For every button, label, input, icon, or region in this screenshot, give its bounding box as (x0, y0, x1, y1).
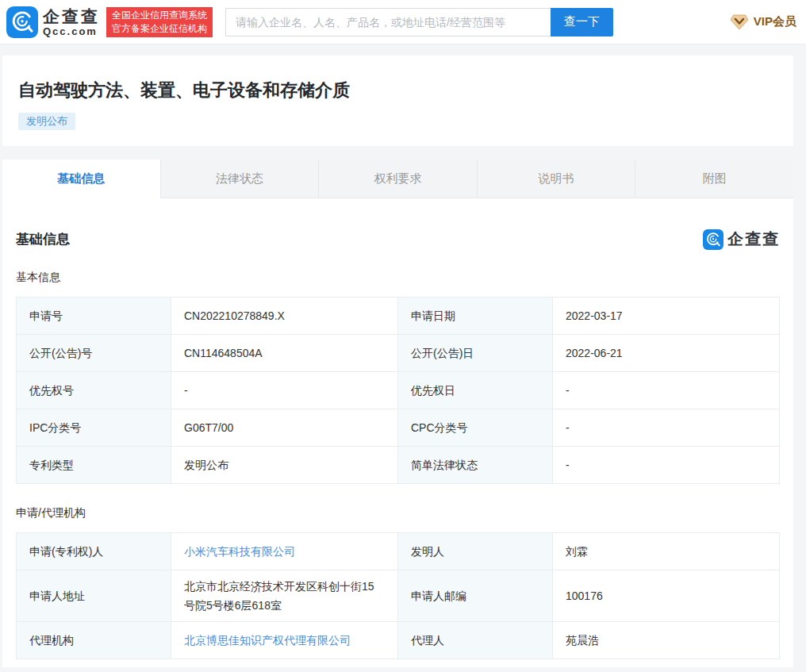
qcc-logo[interactable]: 企查查 Qcc.com (6, 6, 100, 38)
info-value-cell: 小米汽车科技有限公司 (171, 533, 398, 570)
patent-title: 自动驾驶方法、装置、电子设备和存储介质 (18, 79, 777, 102)
info-value-cell: - (553, 447, 780, 484)
table-row: 优先权号 - 优先权日 - (17, 372, 780, 409)
info-value-cell: 北京市北京经济技术开发区科创十街15号院5号楼6层618室 (171, 570, 398, 622)
info-value-cell: CN114648504A (171, 335, 398, 372)
info-label-cell: CPC分类号 (398, 409, 553, 447)
info-label-cell: 申请人邮编 (398, 570, 553, 622)
spacer (0, 146, 806, 159)
info-value-cell: - (553, 372, 780, 409)
agency-info-table: 申请(专利权)人 小米汽车科技有限公司 发明人 刘霖 申请人地址 北京市北京经济… (16, 532, 780, 659)
brand-text: 企查查 Qcc.com (43, 7, 100, 37)
qcc-logo-icon (6, 6, 38, 38)
search-input[interactable] (225, 8, 551, 36)
info-label-cell: 申请号 (17, 298, 171, 335)
info-value-cell: 发明公布 (171, 447, 398, 484)
info-label-cell: 优先权日 (398, 372, 553, 409)
info-label-cell: 专利类型 (17, 447, 171, 484)
table-row: 专利类型 发明公布 简单法律状态 - (17, 447, 780, 484)
certification-badge: 全国企业信用查询系统 官方备案企业征信机构 (106, 7, 213, 37)
basic-info-panel: 基础信息 企查查 基本信息 申请号 CN202210278849.X 申请日期 … (2, 198, 793, 667)
info-value-cell: 刘霖 (553, 533, 780, 570)
section-heading: 基础信息 (16, 230, 70, 248)
qcc-watermark-icon (703, 229, 723, 250)
qcc-watermark: 企查查 (703, 228, 780, 250)
info-label-cell: 申请日期 (398, 298, 553, 335)
table-row: 代理机构 北京博思佳知识产权代理有限公司 代理人 苑晨浩 (17, 622, 780, 659)
tab-bar: 基础信息 法律状态 权利要求 说明书 附图 (2, 159, 793, 198)
applicant-link[interactable]: 小米汽车科技有限公司 (184, 545, 295, 558)
vip-diamond-icon (730, 14, 749, 30)
info-label-cell: 公开(公告)号 (17, 335, 171, 372)
info-label-cell: 简单法律状态 (398, 447, 553, 484)
info-label-cell: 发明人 (398, 533, 553, 570)
info-value-cell: 2022-03-17 (553, 298, 780, 335)
info-value-cell: 100176 (553, 570, 780, 622)
qcc-watermark-text: 企查查 (727, 228, 780, 250)
info-value-cell: 苑晨浩 (553, 622, 780, 659)
tab-legal-status[interactable]: 法律状态 (161, 159, 320, 198)
info-label-cell: IPC分类号 (17, 409, 171, 447)
patent-type-badge: 发明公布 (18, 113, 75, 130)
basic-info-label: 基本信息 (16, 271, 780, 285)
section-head: 基础信息 企查查 (16, 198, 780, 250)
search-button[interactable]: 查一下 (551, 8, 613, 36)
table-row: 申请人地址 北京市北京经济技术开发区科创十街15号院5号楼6层618室 申请人邮… (17, 570, 780, 622)
search-bar: 查一下 (225, 8, 613, 36)
patent-header-card: 自动驾驶方法、装置、电子设备和存储介质 发明公布 (2, 56, 793, 146)
top-bar: 企查查 Qcc.com 全国企业信用查询系统 官方备案企业征信机构 查一下 VI… (0, 0, 806, 44)
agency-link[interactable]: 北京博思佳知识产权代理有限公司 (184, 634, 351, 647)
info-label-cell: 代理人 (398, 622, 553, 659)
info-label-cell: 公开(公告)日 (398, 335, 553, 372)
table-row: IPC分类号 G06T7/00 CPC分类号 - (17, 409, 780, 447)
info-label-cell: 申请(专利权)人 (17, 533, 171, 570)
certification-line1: 全国企业信用查询系统 (112, 9, 207, 22)
table-row: 公开(公告)号 CN114648504A 公开(公告)日 2022-06-21 (17, 335, 780, 372)
info-value-cell: 2022-06-21 (553, 335, 780, 372)
tab-basic-info[interactable]: 基础信息 (2, 159, 161, 198)
info-value-cell: 北京博思佳知识产权代理有限公司 (171, 622, 398, 659)
certification-line2: 官方备案企业征信机构 (112, 22, 207, 36)
info-value-cell: - (553, 409, 780, 447)
tab-figures[interactable]: 附图 (635, 159, 793, 198)
agency-info-label: 申请/代理机构 (16, 506, 780, 520)
vip-label: VIP会员 (754, 14, 796, 29)
info-value-cell: G06T7/00 (171, 409, 398, 447)
table-row: 申请号 CN202210278849.X 申请日期 2022-03-17 (17, 298, 780, 335)
basic-info-table: 申请号 CN202210278849.X 申请日期 2022-03-17 公开(… (16, 297, 780, 484)
tab-claims[interactable]: 权利要求 (319, 159, 478, 198)
info-label-cell: 申请人地址 (17, 570, 171, 622)
vip-link[interactable]: VIP会员 (730, 14, 796, 30)
info-value-cell: - (171, 372, 398, 409)
info-value-cell: CN202210278849.X (171, 298, 398, 335)
spacer (0, 44, 806, 56)
info-label-cell: 代理机构 (17, 622, 171, 659)
brand-name: 企查查 (43, 7, 100, 25)
table-row: 申请(专利权)人 小米汽车科技有限公司 发明人 刘霖 (17, 533, 780, 570)
brand-domain: Qcc.com (43, 25, 100, 37)
info-label-cell: 优先权号 (17, 372, 171, 409)
tab-description[interactable]: 说明书 (478, 159, 636, 198)
